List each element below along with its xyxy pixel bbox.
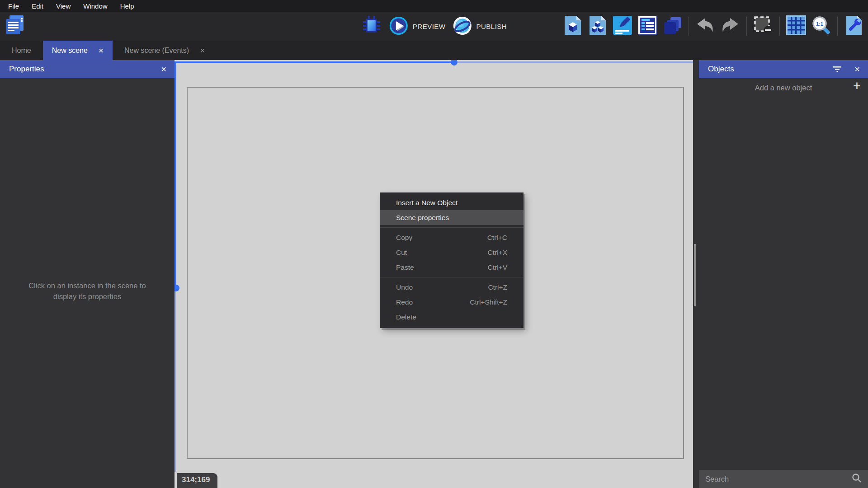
toolbar-divider <box>689 17 689 36</box>
menu-item-shortcut: Ctrl+Shift+Z <box>470 298 507 306</box>
canvas-h-scrollbar[interactable] <box>175 61 454 63</box>
menu-item-shortcut: Ctrl+Z <box>488 283 507 291</box>
canvas-h-scroll-handle[interactable] <box>451 60 458 66</box>
toolbar-divider <box>837 17 838 36</box>
object-groups-icon <box>588 15 608 38</box>
clear-selection-button[interactable] <box>753 15 774 38</box>
context-menu-item-paste[interactable]: Paste Ctrl+V <box>380 260 524 275</box>
tab-new-scene-events-label: New scene (Events) <box>124 47 189 55</box>
objects-list-empty-area <box>699 97 868 470</box>
menu-item-shortcut: Ctrl+V <box>488 263 508 272</box>
undo-button[interactable] <box>695 15 716 38</box>
svg-text:1:1: 1:1 <box>816 21 823 27</box>
canvas-v-scrollbar[interactable] <box>175 61 176 288</box>
toggle-grid-button[interactable] <box>786 15 807 38</box>
add-object-label: Add a new object <box>755 84 812 92</box>
objects-editor-button[interactable] <box>562 15 583 38</box>
publish-button[interactable]: PUBLISH <box>453 16 507 37</box>
publish-label: PUBLISH <box>476 23 507 30</box>
menu-item-label: Cut <box>396 249 407 257</box>
objects-panel-header: Objects × <box>699 60 868 78</box>
menu-item-label: Paste <box>396 263 414 272</box>
properties-panel: Properties × Click on an instance in the… <box>0 60 175 488</box>
gutter-scrollbar-thumb[interactable] <box>694 244 696 306</box>
menu-view[interactable]: View <box>50 2 77 10</box>
tab-new-scene[interactable]: New scene × <box>43 41 113 60</box>
redo-button[interactable] <box>720 15 741 38</box>
scene-properties-button[interactable] <box>612 15 633 38</box>
menu-bar: File Edit View Window Help <box>0 0 868 12</box>
gdevelop-window: File Edit View Window Help <box>0 0 868 488</box>
tab-new-scene-events[interactable]: New scene (Events) × <box>113 41 217 60</box>
bug-icon <box>363 15 380 37</box>
context-menu-item-cut[interactable]: Cut Ctrl+X <box>380 245 524 260</box>
publish-globe-icon <box>453 16 472 37</box>
layers-editor-button[interactable] <box>662 15 683 38</box>
project-manager-icon <box>5 15 25 38</box>
instances-list-button[interactable] <box>637 15 658 38</box>
zoom-1-1-icon: 1:1 <box>811 15 831 37</box>
close-icon[interactable]: × <box>161 64 166 75</box>
properties-panel-title: Properties <box>9 65 44 74</box>
editor-tab-bar: Home New scene × New scene (Events) × <box>0 41 868 60</box>
search-input[interactable] <box>705 475 848 483</box>
tab-close-icon[interactable]: × <box>200 46 205 55</box>
objects-editor-icon <box>563 15 583 38</box>
project-manager-button[interactable] <box>4 15 26 38</box>
tab-home-label: Home <box>12 47 31 55</box>
deselect-icon <box>753 15 773 37</box>
context-menu-item-undo[interactable]: Undo Ctrl+Z <box>380 280 524 295</box>
menu-item-label: Undo <box>396 283 413 291</box>
menu-item-shortcut: Ctrl+X <box>488 249 508 257</box>
menu-help[interactable]: Help <box>114 2 141 10</box>
menu-file[interactable]: File <box>2 2 25 10</box>
scene-canvas[interactable]: Insert a New Object Scene properties Cop… <box>175 60 699 488</box>
objects-panel-title: Objects <box>708 65 734 74</box>
objects-panel: Objects × Add a new object + <box>699 60 868 488</box>
menu-item-label: Copy <box>396 234 412 242</box>
grid-icon <box>786 15 806 37</box>
canvas-h-scrollbar[interactable] <box>458 61 693 63</box>
tab-home[interactable]: Home <box>0 41 43 60</box>
debug-button[interactable] <box>361 15 382 38</box>
properties-empty-message: Click on an instance in the scene to dis… <box>0 281 175 302</box>
close-icon[interactable]: × <box>854 64 860 75</box>
preview-button[interactable]: PREVIEW <box>389 16 446 37</box>
properties-panel-header: Properties × <box>0 60 175 78</box>
properties-panel-body: Click on an instance in the scene to dis… <box>0 78 175 488</box>
tab-close-icon[interactable]: × <box>99 46 104 55</box>
context-menu-separator <box>380 277 524 277</box>
search-icon <box>852 473 862 485</box>
redo-arrow-icon <box>720 17 740 36</box>
canvas-context-menu: Insert a New Object Scene properties Cop… <box>380 192 524 328</box>
main-toolbar: PREVIEW PUBLISH <box>0 12 868 41</box>
menu-window[interactable]: Window <box>77 2 113 10</box>
toolbar-divider <box>746 17 747 36</box>
zoom-original-button[interactable]: 1:1 <box>811 15 831 38</box>
open-settings-button[interactable] <box>844 15 864 38</box>
context-menu-item-redo[interactable]: Redo Ctrl+Shift+Z <box>380 295 524 310</box>
undo-arrow-icon <box>695 17 715 36</box>
panel-resize-gutter[interactable] <box>693 60 699 488</box>
menu-item-label: Redo <box>396 298 413 306</box>
context-menu-item-delete[interactable]: Delete <box>380 310 524 324</box>
canvas-v-scrollbar[interactable] <box>175 291 176 472</box>
menu-item-label: Scene properties <box>396 214 449 222</box>
layers-icon <box>662 15 682 37</box>
objects-search-bar <box>699 470 868 488</box>
instances-list-icon <box>637 15 657 37</box>
edit-pencil-icon <box>613 15 632 37</box>
preview-play-icon <box>389 16 408 37</box>
context-menu-separator <box>380 227 524 228</box>
preview-label: PREVIEW <box>413 23 446 30</box>
add-object-row[interactable]: Add a new object + <box>699 78 868 97</box>
plus-icon[interactable]: + <box>853 79 861 94</box>
menu-edit[interactable]: Edit <box>25 2 50 10</box>
context-menu-item-scene-properties[interactable]: Scene properties <box>380 210 524 225</box>
menu-item-label: Delete <box>396 313 416 321</box>
filter-icon[interactable] <box>833 66 842 73</box>
context-menu-item-copy[interactable]: Copy Ctrl+C <box>380 230 524 245</box>
object-groups-editor-button[interactable] <box>587 15 608 38</box>
context-menu-item-insert-object[interactable]: Insert a New Object <box>380 195 524 210</box>
canvas-v-scroll-handle[interactable] <box>175 285 179 291</box>
